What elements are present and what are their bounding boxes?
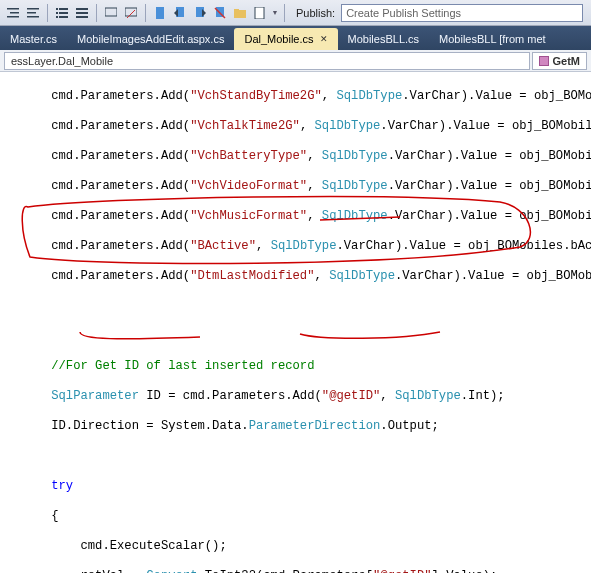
- bookmark-prev-icon[interactable]: [171, 4, 189, 22]
- code-line: try: [0, 479, 591, 494]
- svg-rect-5: [27, 16, 39, 18]
- editor-tabstrip: Master.cs MobileImagesAddEdit.aspx.cs Da…: [0, 26, 591, 50]
- toolbar-separator: [284, 4, 285, 22]
- svg-rect-2: [7, 16, 19, 18]
- list2-icon[interactable]: [73, 4, 91, 22]
- tab-label: Dal_Mobile.cs: [244, 33, 313, 45]
- svg-rect-1: [10, 12, 19, 14]
- svg-rect-9: [59, 12, 68, 14]
- tab-dal-mobile[interactable]: Dal_Mobile.cs✕: [234, 28, 337, 50]
- code-line: cmd.Parameters.Add("BActive", SqlDbType.…: [0, 239, 591, 254]
- code-line: retVal = Convert.ToInt32(cmd.Parameters[…: [0, 569, 591, 573]
- svg-rect-27: [255, 7, 264, 19]
- svg-rect-8: [56, 12, 58, 14]
- code-line: //For Get ID of last inserted record: [0, 359, 591, 374]
- member-selector[interactable]: GetM: [532, 52, 588, 70]
- svg-rect-4: [27, 12, 36, 14]
- tab-mobileimages[interactable]: MobileImagesAddEdit.aspx.cs: [67, 28, 234, 50]
- code-editor[interactable]: cmd.Parameters.Add("VchStandByTime2G", S…: [0, 72, 591, 573]
- code-line: cmd.Parameters.Add("VchStandByTime2G", S…: [0, 89, 591, 104]
- tab-mobilesbll[interactable]: MobilesBLL.cs: [338, 28, 430, 50]
- publish-label: Publish:: [290, 7, 339, 19]
- bookmark-clear-icon[interactable]: [211, 4, 229, 22]
- class-selector-text: essLayer.Dal_Mobile: [11, 55, 113, 67]
- svg-rect-13: [76, 12, 88, 14]
- code-line: cmd.Parameters.Add("VchBatteryType", Sql…: [0, 149, 591, 164]
- tab-mobilesbll-meta[interactable]: MobilesBLL [from met: [429, 28, 556, 50]
- toolbar-separator: [47, 4, 48, 22]
- class-selector[interactable]: essLayer.Dal_Mobile: [4, 52, 530, 70]
- svg-rect-11: [59, 16, 68, 18]
- code-line: cmd.ExecuteScalar();: [0, 539, 591, 554]
- code-line: [0, 299, 591, 314]
- hand-annotation: [0, 72, 591, 572]
- svg-rect-0: [7, 8, 19, 10]
- tab-master[interactable]: Master.cs: [0, 28, 67, 50]
- list-icon[interactable]: [53, 4, 71, 22]
- toolbar-separator: [96, 4, 97, 22]
- dropdown-arrow-icon[interactable]: ▼: [271, 9, 279, 16]
- bookmark-next-icon[interactable]: [191, 4, 209, 22]
- toolbar: ▼ Publish: Create Publish Settings: [0, 0, 591, 26]
- code-line: [0, 449, 591, 464]
- svg-rect-18: [156, 7, 164, 19]
- bookmark-folder-icon[interactable]: [231, 4, 249, 22]
- code-line: SqlParameter ID = cmd.Parameters.Add("@g…: [0, 389, 591, 404]
- uncomment-icon[interactable]: [122, 4, 140, 22]
- svg-rect-16: [125, 8, 137, 16]
- tab-label: MobilesBLL [from met: [439, 33, 546, 45]
- svg-rect-12: [76, 8, 88, 10]
- tab-label: MobilesBLL.cs: [348, 33, 420, 45]
- publish-combo-text: Create Publish Settings: [346, 7, 461, 19]
- svg-rect-15: [105, 8, 117, 16]
- indent-icon[interactable]: [24, 4, 42, 22]
- method-icon: [539, 56, 549, 66]
- toolbar-separator: [145, 4, 146, 22]
- comment-icon[interactable]: [102, 4, 120, 22]
- tab-label: MobileImagesAddEdit.aspx.cs: [77, 33, 224, 45]
- svg-rect-3: [27, 8, 39, 10]
- code-line: cmd.Parameters.Add("VchMusicFormat", Sql…: [0, 209, 591, 224]
- svg-rect-26: [234, 9, 239, 11]
- member-selector-text: GetM: [553, 55, 581, 67]
- bookmark-doc-icon[interactable]: [251, 4, 269, 22]
- code-line: [0, 329, 591, 344]
- code-nav-bar: essLayer.Dal_Mobile GetM: [0, 50, 591, 72]
- tab-label: Master.cs: [10, 33, 57, 45]
- svg-line-17: [127, 10, 135, 18]
- svg-rect-14: [76, 16, 88, 18]
- code-line: cmd.Parameters.Add("VchVideoFormat", Sql…: [0, 179, 591, 194]
- outdent-icon[interactable]: [4, 4, 22, 22]
- svg-rect-6: [56, 8, 58, 10]
- bookmark-icon[interactable]: [151, 4, 169, 22]
- code-line: cmd.Parameters.Add("VchTalkTime2G", SqlD…: [0, 119, 591, 134]
- publish-combo[interactable]: Create Publish Settings: [341, 4, 583, 22]
- code-line: ID.Direction = System.Data.ParameterDire…: [0, 419, 591, 434]
- svg-rect-10: [56, 16, 58, 18]
- svg-rect-25: [234, 10, 246, 18]
- svg-rect-7: [59, 8, 68, 10]
- code-line: cmd.Parameters.Add("DtmLastModified", Sq…: [0, 269, 591, 284]
- close-icon[interactable]: ✕: [320, 34, 328, 44]
- code-line: {: [0, 509, 591, 524]
